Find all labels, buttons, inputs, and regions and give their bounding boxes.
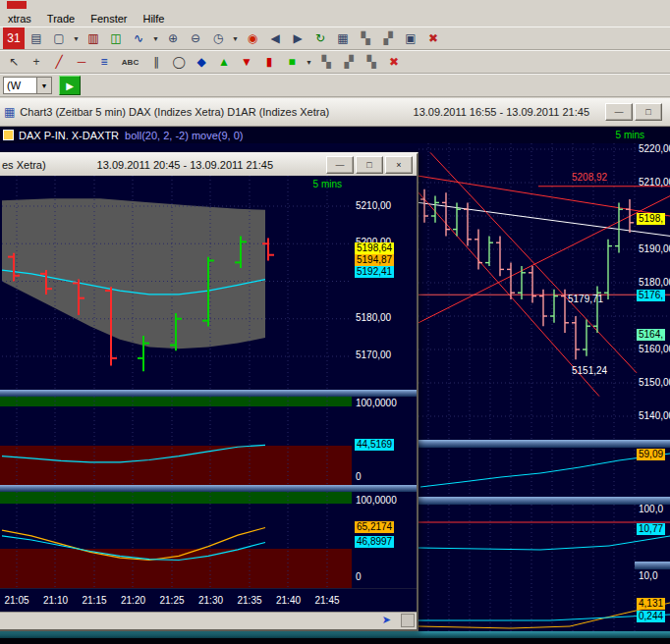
- child-time-axis: 21:0521:1021:1521:2021:2521:3021:3521:40…: [0, 588, 417, 612]
- buy-arrow-icon[interactable]: ▲: [213, 51, 235, 73]
- child-price-canvas[interactable]: [0, 176, 352, 390]
- main-window-title: Chart3 (Zeitbar 5 min) DAX (Indizes Xetr…: [20, 106, 329, 118]
- symbol-combo[interactable]: (W ▼: [3, 77, 52, 94]
- time-label: 21:45: [312, 595, 342, 606]
- time-label: 21:25: [157, 595, 187, 606]
- child-pane1-canvas[interactable]: [0, 397, 352, 485]
- line-chart-icon[interactable]: ∿: [128, 27, 149, 49]
- main-window-daterange: 13.09.2011 16:55 - 13.09.2011 21:45: [414, 106, 589, 118]
- ellipse-tool-icon[interactable]: ◯: [168, 51, 190, 73]
- close-chart-icon[interactable]: ✖: [422, 27, 444, 49]
- trendline-icon[interactable]: ╱: [48, 51, 70, 73]
- axis-label: 5140,00: [639, 410, 670, 422]
- time-label: 21:10: [41, 595, 71, 606]
- main-interval-label: 5 mins: [616, 130, 644, 140]
- child-interval-label: 5 mins: [313, 179, 342, 189]
- stairs-icon[interactable]: ▚: [355, 27, 376, 49]
- cursor-icon[interactable]: ↖: [3, 51, 25, 73]
- instrument-bar: DAX P-IN. X-DAXTR boll(20, 2, -2) move(9…: [0, 127, 670, 143]
- pane-separator[interactable]: [635, 562, 670, 569]
- instrument-symbols: DAX P-IN. X-DAXTR: [19, 130, 119, 141]
- child-scrollbar-area[interactable]: ➤: [0, 612, 417, 629]
- refresh-icon[interactable]: ↻: [309, 27, 331, 49]
- price-tag: 0,244: [637, 611, 665, 622]
- minimize-button[interactable]: —: [605, 103, 633, 121]
- price-tag: 65,2174: [355, 521, 394, 533]
- child-minimize-button[interactable]: —: [326, 156, 354, 174]
- marker-icon[interactable]: ▮: [258, 51, 280, 73]
- stairs-2-icon[interactable]: ▞: [377, 27, 399, 49]
- child-indicator-pane-1[interactable]: 100,0000044,5169: [0, 397, 417, 485]
- toolbar-row-1: 31▤▢▼▥◫∿▼⊕⊖◷▼◉◀▶↻▦▚▞▣✖: [0, 27, 670, 50]
- menu-item-hilfe[interactable]: Hilfe: [135, 12, 172, 26]
- child-indicator-pane-2[interactable]: 100,0000065,217446,8997: [0, 492, 417, 588]
- maximize-button[interactable]: □: [635, 103, 662, 121]
- hline-icon[interactable]: ─: [71, 51, 92, 73]
- time-label: 21:05: [2, 595, 31, 606]
- compass-icon[interactable]: ◉: [242, 27, 263, 49]
- step-pattern-icon[interactable]: ▚: [315, 51, 337, 73]
- anchor-point-icon[interactable]: ◆: [191, 51, 212, 73]
- parallel-channel-icon[interactable]: ∥: [145, 51, 167, 73]
- child-window-titlebar[interactable]: es Xetra) 13.09.2011 20:45 - 13.09.2011 …: [0, 154, 417, 176]
- zoom-out-icon[interactable]: ⊖: [185, 27, 206, 49]
- chevron-down-icon[interactable]: ▼: [36, 78, 51, 93]
- text-tool-icon[interactable]: ABC: [116, 51, 144, 73]
- delete-tool-icon[interactable]: ✖: [383, 51, 405, 73]
- color-box-icon[interactable]: ■: [281, 51, 303, 73]
- axis-label: 5210,00: [639, 177, 670, 188]
- axis-label: 5170,00: [356, 349, 391, 361]
- axis-label: 100,0000: [356, 495, 397, 507]
- period-dropdown-icon[interactable]: ▼: [230, 27, 241, 49]
- menu-item-fenster[interactable]: Fenster: [83, 12, 135, 26]
- main-window-titlebar[interactable]: ▦ Chart3 (Zeitbar 5 min) DAX (Indizes Xe…: [0, 98, 670, 127]
- crosshair-icon[interactable]: +: [26, 51, 47, 73]
- child-price-pane[interactable]: 5 mins 5210,005200,005180,005170,005198,…: [0, 176, 417, 390]
- pane-separator[interactable]: [0, 390, 417, 397]
- zoom-in-icon[interactable]: ⊕: [162, 27, 184, 49]
- step-pattern-2-icon[interactable]: ▞: [338, 51, 360, 73]
- axis-label: 0: [356, 571, 362, 583]
- chart-template-icon[interactable]: ▤: [26, 27, 47, 49]
- price-tag: 5192,41: [355, 266, 394, 278]
- axis-label: 5190,00: [639, 243, 670, 255]
- price-tag: 46,8997: [355, 536, 394, 548]
- color-dropdown-icon[interactable]: ▼: [304, 51, 314, 73]
- instrument-icon: [3, 130, 14, 140]
- go-button[interactable]: ▶: [59, 76, 81, 95]
- app-icon: [7, 1, 27, 9]
- pointer-mode-button[interactable]: ➤: [382, 614, 391, 626]
- step-pattern-3-icon[interactable]: ▚: [361, 51, 382, 73]
- menu-item-trade[interactable]: Trade: [39, 12, 83, 26]
- go-arrow-icon: ▶: [66, 80, 74, 91]
- grid-icon[interactable]: ▦: [332, 27, 354, 49]
- new-chart-icon[interactable]: ▢: [48, 27, 70, 49]
- child-pane2-canvas[interactable]: [0, 492, 352, 588]
- menu-item-xtras[interactable]: xtras: [0, 12, 39, 26]
- svg-text:5151,24: 5151,24: [572, 365, 608, 376]
- fibonacci-icon[interactable]: ≡: [93, 51, 115, 73]
- chart-type-dropdown-icon[interactable]: ▼: [150, 27, 161, 49]
- clock-icon[interactable]: ◷: [207, 27, 229, 49]
- axis-label: 5210,00: [356, 200, 391, 212]
- toolbar-row-2: ↖+╱─≡ABC∥◯◆▲▼▮■▼▚▞▚✖: [0, 50, 670, 74]
- pane-separator[interactable]: [0, 485, 417, 492]
- time-label: 21:15: [80, 595, 109, 606]
- application-chrome: xtrasTradeFensterHilfe 31▤▢▼▥◫∿▼⊕⊖◷▼◉◀▶↻…: [0, 0, 670, 98]
- detail-chart-window: es Xetra) 13.09.2011 20:45 - 13.09.2011 …: [0, 152, 419, 631]
- chart-style-dropdown-icon[interactable]: ▼: [71, 27, 82, 49]
- child-window-title: es Xetra): [2, 159, 46, 171]
- child-maximize-button[interactable]: □: [356, 156, 383, 174]
- sell-arrow-icon[interactable]: ▼: [236, 51, 257, 73]
- bar-chart-icon[interactable]: ▥: [83, 27, 104, 49]
- child-close-button[interactable]: ×: [385, 156, 413, 174]
- candle-chart-icon[interactable]: ◫: [105, 27, 127, 49]
- back-icon[interactable]: ◀: [264, 27, 286, 49]
- forward-icon[interactable]: ▶: [287, 27, 308, 49]
- axis-label: 5160,00: [639, 344, 670, 355]
- windows-layout-icon[interactable]: ▣: [400, 27, 421, 49]
- price-tag: 10,77: [637, 523, 665, 535]
- resize-handle[interactable]: [401, 614, 415, 627]
- calendar-icon[interactable]: 31: [3, 27, 25, 49]
- price-tag: 59,09: [637, 449, 665, 460]
